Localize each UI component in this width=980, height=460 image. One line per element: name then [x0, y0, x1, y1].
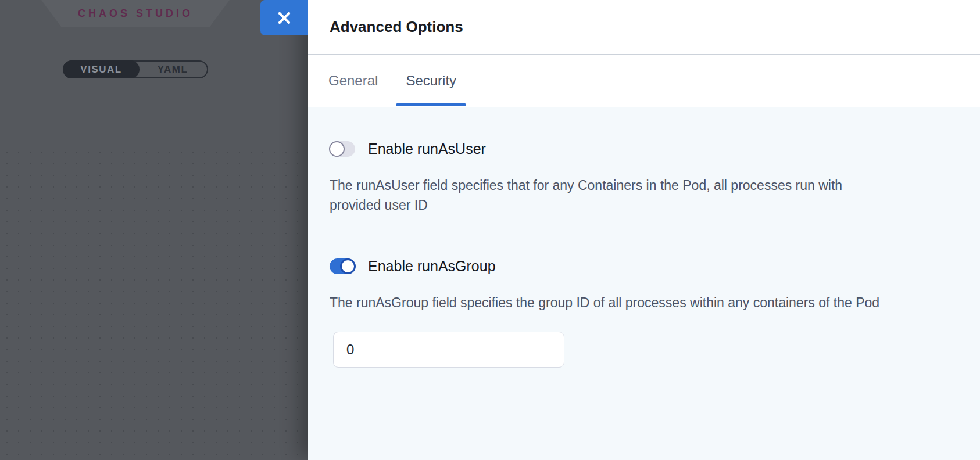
- run-as-user-label: Enable runAsUser: [368, 141, 486, 157]
- close-drawer-button[interactable]: [260, 0, 308, 35]
- run-as-user-toggle[interactable]: [330, 141, 355, 157]
- tab-general[interactable]: General: [328, 55, 378, 106]
- yaml-tab[interactable]: YAML: [138, 62, 207, 77]
- run-as-group-toggle[interactable]: [330, 258, 355, 274]
- drawer-title: Advanced Options: [330, 18, 463, 36]
- run-as-group-description: The runAsGroup field specifies the group…: [330, 293, 882, 312]
- security-tab-panel: Enable runAsUser The runAsUser field spe…: [308, 107, 980, 460]
- run-as-group-id-input[interactable]: [333, 332, 564, 368]
- toggle-knob: [329, 141, 345, 157]
- close-icon: [277, 11, 291, 25]
- canvas-divider: [0, 98, 308, 98]
- brand-banner: CHAOS STUDIO: [41, 0, 230, 27]
- visual-yaml-toggle[interactable]: VISUAL YAML: [63, 60, 208, 78]
- run-as-group-row: Enable runAsGroup: [330, 258, 980, 275]
- brand-title: CHAOS STUDIO: [78, 8, 193, 20]
- run-as-user-row: Enable runAsUser: [330, 141, 980, 157]
- dotted-workflow-canvas: [0, 145, 308, 460]
- visual-tab[interactable]: VISUAL: [63, 60, 140, 78]
- toggle-knob: [340, 258, 356, 274]
- chaos-studio-canvas: CHAOS STUDIO VISUAL YAML: [0, 0, 308, 460]
- drawer-header: Advanced Options: [308, 0, 980, 55]
- drawer-tabs: General Security: [308, 55, 980, 106]
- advanced-options-drawer: Advanced Options General Security Enable…: [308, 0, 980, 460]
- run-as-user-description: The runAsUser field specifies that for a…: [330, 175, 882, 215]
- tab-security[interactable]: Security: [406, 55, 456, 106]
- run-as-group-label: Enable runAsGroup: [368, 258, 496, 275]
